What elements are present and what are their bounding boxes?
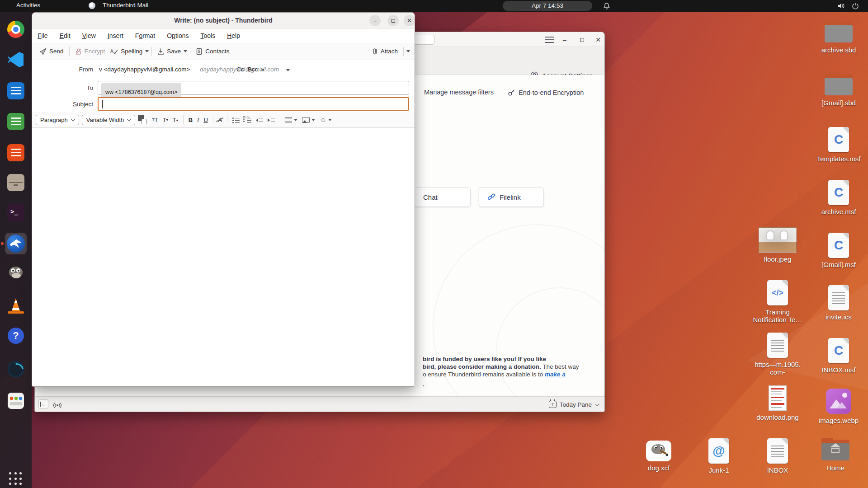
cc-button[interactable]: Cc xyxy=(236,63,244,76)
e2e-encryption-button[interactable]: End-to-end Encryption xyxy=(508,89,584,96)
paragraph-format-select[interactable]: Paragraph xyxy=(36,115,79,125)
desktop-icon-inbox-msf[interactable]: C INBOX.msf xyxy=(811,338,867,374)
dock-app-store[interactable] xyxy=(5,390,27,412)
main-maximize-button[interactable] xyxy=(577,35,586,44)
encrypt-button[interactable]: Encrypt xyxy=(72,46,108,57)
desktop-icon-templates-msf[interactable]: C Templates.msf xyxy=(811,127,867,163)
menu-help[interactable]: Help xyxy=(227,32,240,39)
menu-options[interactable]: Options xyxy=(167,32,189,39)
desktop-icon-gmail-sbd[interactable]: [Gmail].sbd xyxy=(811,75,867,107)
dock-terminal[interactable] xyxy=(5,202,27,224)
desktop-icon-dog-xcf[interactable]: dog.xcf xyxy=(631,441,687,472)
today-pane-toggle[interactable]: 7 Today Pane xyxy=(549,397,598,412)
manage-filters-button[interactable]: Manage message filters xyxy=(424,89,494,96)
dock-updater[interactable] xyxy=(5,358,27,380)
thunderbird-app-icon xyxy=(89,2,95,9)
desktop-icon-inbox[interactable]: INBOX xyxy=(750,438,806,474)
make-a-donation-link[interactable]: make a xyxy=(545,371,566,378)
spelling-button[interactable]: A Spelling xyxy=(108,46,145,57)
code-file-icon: </> xyxy=(767,280,788,305)
save-dropdown-icon[interactable] xyxy=(184,50,187,52)
app-menu-icon[interactable] xyxy=(545,37,554,43)
vlc-icon xyxy=(8,298,24,314)
remove-formatting-button[interactable]: A xyxy=(216,116,225,124)
indent-button[interactable] xyxy=(265,116,277,124)
power-icon[interactable] xyxy=(852,2,859,9)
compose-maximize-button[interactable] xyxy=(387,15,399,26)
dock-libreoffice-impress[interactable] xyxy=(5,142,27,164)
decrease-font-size-button[interactable]: TT xyxy=(150,116,160,124)
dock-libreoffice-calc[interactable] xyxy=(5,111,27,132)
desktop-icon-training-notification[interactable]: </> Training Notification Te… xyxy=(750,280,806,324)
subject-input[interactable] xyxy=(98,97,409,111)
larger-font-button[interactable]: T▴ xyxy=(170,116,180,124)
bullet-list-button[interactable] xyxy=(230,116,242,124)
desktop-icon-floor-jpeg[interactable]: floor.jpeg xyxy=(750,227,806,263)
desktop-icon-home[interactable]: Home xyxy=(807,440,863,472)
insert-image-dropdown[interactable] xyxy=(300,116,317,124)
dock-gimp[interactable] xyxy=(5,263,27,284)
underline-button[interactable]: U xyxy=(201,116,210,124)
dock-chrome[interactable] xyxy=(5,19,27,40)
bold-button[interactable]: B xyxy=(186,116,195,124)
desktop-icon-invite-ics[interactable]: invite.ics xyxy=(811,285,867,321)
menu-edit[interactable]: Edit xyxy=(60,32,71,39)
clock[interactable]: Apr 7 14:53 xyxy=(503,1,592,11)
focused-app-name[interactable]: Thunderbird Mail xyxy=(103,2,148,9)
smiley-dropdown[interactable]: ☺ xyxy=(317,115,334,124)
lock-icon xyxy=(75,48,82,55)
volume-icon[interactable] xyxy=(837,2,845,9)
desktop-icon-archive-msf[interactable]: C archive.msf xyxy=(811,180,867,216)
compose-close-button[interactable]: ✕ xyxy=(404,15,415,26)
menu-view[interactable]: View xyxy=(82,32,96,39)
activities-button[interactable]: Activities xyxy=(16,2,40,9)
notification-bell-icon[interactable] xyxy=(603,2,610,9)
save-icon xyxy=(157,48,164,55)
filelink-card[interactable]: Filelink xyxy=(479,187,544,207)
numbered-list-button[interactable] xyxy=(242,116,254,124)
menu-insert[interactable]: Insert xyxy=(108,32,123,39)
broadcast-icon[interactable] xyxy=(53,401,62,409)
main-minimize-button[interactable]: – xyxy=(560,35,569,44)
file-icon: C xyxy=(828,127,849,152)
spelling-dropdown-icon[interactable] xyxy=(145,50,149,52)
document-icon xyxy=(828,285,849,310)
dock-thunderbird[interactable] xyxy=(5,233,27,254)
smaller-font-button[interactable]: T▾ xyxy=(160,116,170,124)
message-body-editor[interactable] xyxy=(32,128,415,386)
dock-libreoffice-writer[interactable] xyxy=(5,80,27,102)
collapse-spaces-button[interactable]: ← xyxy=(38,399,48,408)
compose-titlebar[interactable]: Write: (no subject) - Thunderbird – ✕ xyxy=(32,13,415,28)
running-indicator xyxy=(1,242,4,245)
svg-text:A: A xyxy=(110,49,113,54)
dock-vlc[interactable] xyxy=(5,295,27,317)
menu-tools[interactable]: Tools xyxy=(200,32,215,39)
dock-vscode[interactable] xyxy=(5,49,27,70)
menu-file[interactable]: File xyxy=(38,32,48,39)
show-applications-button[interactable] xyxy=(5,468,27,488)
compose-minimize-button[interactable]: – xyxy=(369,15,381,26)
menu-format[interactable]: Format xyxy=(135,32,155,39)
dock-help[interactable]: ? xyxy=(5,325,27,347)
main-close-button[interactable]: ✕ xyxy=(594,35,603,44)
desktop-icon-https-m1905[interactable]: https—m.1905.com- xyxy=(750,333,806,376)
desktop-icon-archive-sbd[interactable]: archive.sbd xyxy=(811,22,867,54)
alignment-dropdown[interactable] xyxy=(283,117,300,123)
outdent-button[interactable] xyxy=(254,116,265,124)
dock-files[interactable] xyxy=(5,172,27,193)
desktop-icon-junk-1[interactable]: @ Junk-1 xyxy=(691,438,747,474)
attach-button[interactable]: Attach xyxy=(369,46,401,57)
more-recipients-button[interactable]: » xyxy=(261,63,264,76)
desktop-icon-images-webp[interactable]: images.webp xyxy=(811,389,867,424)
bcc-button[interactable]: Bcc xyxy=(248,63,258,76)
to-field[interactable]: ww <1786376187@qq.com> xyxy=(98,81,409,95)
italic-button[interactable]: I xyxy=(195,115,201,124)
text-color-picker[interactable] xyxy=(138,115,147,124)
attach-dropdown-icon[interactable] xyxy=(406,50,410,52)
save-button[interactable]: Save xyxy=(155,46,184,57)
desktop-icon-gmail-msf[interactable]: C [Gmail].msf xyxy=(811,233,867,268)
font-select[interactable]: Variable Width xyxy=(82,115,136,125)
desktop-icon-download-png[interactable]: download.png xyxy=(750,385,806,421)
contacts-button[interactable]: Contacts xyxy=(193,46,232,57)
send-button[interactable]: Send xyxy=(37,46,66,57)
